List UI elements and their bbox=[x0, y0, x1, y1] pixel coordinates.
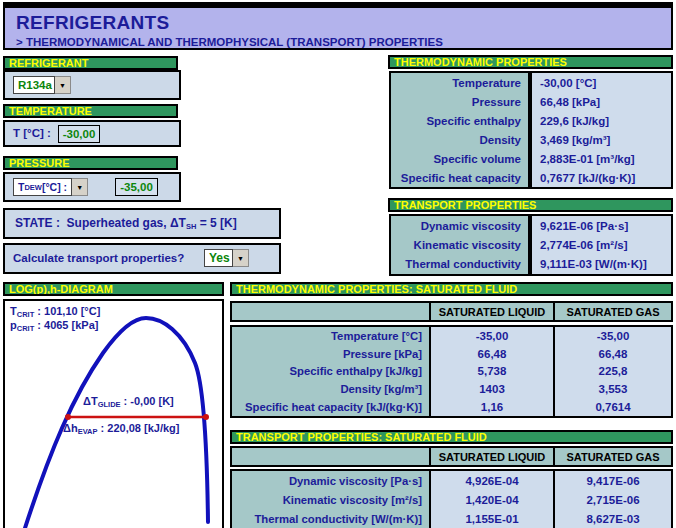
table-row: Pressure 66,48 [kPa] bbox=[391, 92, 671, 111]
table-row: Specific volume 2,883E-01 [m³/kg] bbox=[391, 149, 671, 168]
transport-props-section-header: TRANSPORT PROPERTIES bbox=[388, 198, 673, 212]
sat-transport-section-header: TRANSPORT PROPERTIES: SATURATED FLUID bbox=[230, 430, 673, 444]
column-header-liquid: SATURATED LIQUID bbox=[431, 303, 555, 320]
table-row: Kinematic viscosity [m²/s] 1,420E-04 2,7… bbox=[232, 490, 671, 509]
empty-corner-cell bbox=[232, 448, 431, 465]
property-label: Kinematic viscosity bbox=[391, 235, 532, 254]
pcrit-annotation: pCRIT : 4065 [kPa] bbox=[10, 319, 98, 333]
calc-transport-select[interactable]: Yes ▼ bbox=[204, 249, 249, 267]
thermo-props-section-header: THERMODYNAMIC PROPERTIES bbox=[388, 55, 673, 69]
tcrit-annotation: TCRIT : 101,10 [°C] bbox=[10, 305, 100, 319]
liquid-value: 1403 bbox=[431, 380, 555, 398]
property-value: 229,6 [kJ/kg] bbox=[532, 111, 671, 130]
property-label: Density bbox=[391, 130, 532, 149]
page-subtitle: > THERMODYNAMICAL AND THERMOPHYSICAL (TR… bbox=[16, 36, 671, 48]
property-value: 0,7677 [kJ/(kg·K)] bbox=[532, 168, 671, 187]
property-value: 3,469 [kg/m³] bbox=[532, 130, 671, 149]
property-label: Thermal conductivity bbox=[391, 255, 532, 274]
property-value: 9,111E-03 [W/(m·K)] bbox=[532, 255, 671, 274]
liquid-value: 1,155E-01 bbox=[431, 510, 555, 528]
liquid-value: 1,16 bbox=[431, 398, 555, 416]
gas-value: 3,553 bbox=[555, 380, 671, 398]
page-title: REFRIGERANTS bbox=[16, 12, 671, 34]
table-row: Pressure [kPa] 66,48 66,48 bbox=[232, 345, 671, 363]
liquid-value: 1,420E-04 bbox=[431, 490, 555, 509]
chevron-down-icon[interactable]: ▼ bbox=[233, 249, 249, 267]
saturation-dome-chart bbox=[5, 301, 222, 528]
gas-value: 225,8 bbox=[555, 363, 671, 381]
temperature-input[interactable]: -30,00 bbox=[58, 125, 100, 143]
property-label: Temperature bbox=[391, 73, 532, 92]
hevap-annotation: ΔhEVAP : 220,08 [kJ/kg] bbox=[63, 422, 179, 436]
table-row: Dynamic viscosity [Pa·s] 4,926E-04 9,417… bbox=[232, 471, 671, 490]
thermo-props-table: Temperature -30,00 [°C] Pressure 66,48 [… bbox=[389, 71, 673, 189]
table-row: Specific heat capacity [kJ/(kg·K)] 1,16 … bbox=[232, 398, 671, 416]
sat-transport-table: Dynamic viscosity [Pa·s] 4,926E-04 9,417… bbox=[230, 469, 673, 528]
evaporation-point-liquid bbox=[65, 414, 71, 420]
sat-thermo-column-headers: SATURATED LIQUID SATURATED GAS bbox=[230, 301, 673, 322]
chevron-down-icon[interactable]: ▼ bbox=[72, 178, 88, 196]
refrigerant-select[interactable]: R134a ▼ bbox=[13, 76, 71, 94]
table-row: Temperature [°C] -35,00 -35,00 bbox=[232, 327, 671, 345]
liquid-value: 5,738 bbox=[431, 363, 555, 381]
diagram-section-header: LOG(p),h-DIAGRAM bbox=[3, 282, 224, 296]
column-header-liquid: SATURATED LIQUID bbox=[431, 448, 555, 465]
title-bar: REFRIGERANTS > THERMODYNAMICAL AND THERM… bbox=[3, 2, 673, 50]
gas-value: 8,627E-03 bbox=[555, 510, 671, 528]
pressure-section-header: PRESSURE bbox=[3, 156, 178, 170]
temperature-section-header: TEMPERATURE bbox=[3, 104, 178, 118]
refrigerants-app-window: REFRIGERANTS > THERMODYNAMICAL AND THERM… bbox=[0, 0, 676, 528]
liquid-value: 66,48 bbox=[431, 345, 555, 363]
property-label: Pressure [kPa] bbox=[232, 345, 431, 363]
gas-value: 2,715E-06 bbox=[555, 490, 671, 509]
gas-value: 66,48 bbox=[555, 345, 671, 363]
calc-transport-panel: Calculate transport properties? Yes ▼ bbox=[3, 243, 281, 274]
pressure-mode-value[interactable]: TDEW [°C] : bbox=[13, 178, 72, 196]
property-value: 66,48 [kPa] bbox=[532, 92, 671, 111]
property-value: 9,621E-06 [Pa·s] bbox=[532, 216, 671, 235]
property-value: 2,774E-06 [m²/s] bbox=[532, 235, 671, 254]
logp-h-diagram: TCRIT : 101,10 [°C] pCRIT : 4065 [kPa] Δ… bbox=[3, 299, 224, 528]
tglide-annotation: ΔTGLIDE : -0,00 [K] bbox=[83, 395, 174, 409]
chevron-down-icon[interactable]: ▼ bbox=[55, 76, 71, 94]
pressure-panel: TDEW [°C] : ▼ -35,00 bbox=[3, 172, 181, 202]
gas-value: 9,417E-06 bbox=[555, 471, 671, 490]
state-text: STATE : Superheated gas, ΔTSH = 5 [K] bbox=[5, 216, 237, 231]
liquid-value: 4,926E-04 bbox=[431, 471, 555, 490]
dew-temperature-input[interactable]: -35,00 bbox=[115, 178, 158, 196]
property-label: Specific enthalpy bbox=[391, 111, 532, 130]
property-label: Pressure bbox=[391, 92, 532, 111]
sat-transport-column-headers: SATURATED LIQUID SATURATED GAS bbox=[230, 446, 673, 467]
liquid-value: -35,00 bbox=[431, 327, 555, 345]
state-panel: STATE : Superheated gas, ΔTSH = 5 [K] bbox=[3, 208, 281, 239]
table-row: Temperature -30,00 [°C] bbox=[391, 73, 671, 92]
gas-value: 0,7614 bbox=[555, 398, 671, 416]
table-row: Density [kg/m³] 1403 3,553 bbox=[232, 380, 671, 398]
column-header-gas: SATURATED GAS bbox=[555, 303, 671, 320]
table-row: Thermal conductivity [W/(m·K)] 1,155E-01… bbox=[232, 510, 671, 528]
transport-props-table: Dynamic viscosity 9,621E-06 [Pa·s] Kinem… bbox=[389, 214, 673, 276]
temperature-label: T [°C] : bbox=[13, 127, 51, 139]
property-label: Temperature [°C] bbox=[232, 327, 431, 345]
table-row: Kinematic viscosity 2,774E-06 [m²/s] bbox=[391, 235, 671, 254]
table-row: Thermal conductivity 9,111E-03 [W/(m·K)] bbox=[391, 255, 671, 274]
property-label: Specific heat capacity [kJ/(kg·K)] bbox=[232, 398, 431, 416]
table-row: Density 3,469 [kg/m³] bbox=[391, 130, 671, 149]
gas-value: -35,00 bbox=[555, 327, 671, 345]
property-label: Dynamic viscosity bbox=[391, 216, 532, 235]
property-label: Density [kg/m³] bbox=[232, 380, 431, 398]
pressure-mode-select[interactable]: TDEW [°C] : ▼ bbox=[13, 178, 88, 196]
table-row: Specific enthalpy [kJ/kg] 5,738 225,8 bbox=[232, 363, 671, 381]
refrigerant-section-header: REFRIGERANT bbox=[3, 56, 178, 70]
refrigerant-panel: R134a ▼ bbox=[3, 70, 181, 100]
property-label: Specific heat capacity bbox=[391, 168, 532, 187]
property-label: Specific enthalpy [kJ/kg] bbox=[232, 363, 431, 381]
calc-transport-question: Calculate transport properties? bbox=[13, 252, 184, 264]
property-label: Kinematic viscosity [m²/s] bbox=[232, 490, 431, 509]
refrigerant-select-value[interactable]: R134a bbox=[13, 76, 55, 94]
sat-thermo-table: Temperature [°C] -35,00 -35,00 Pressure … bbox=[230, 325, 673, 418]
property-label: Dynamic viscosity [Pa·s] bbox=[232, 471, 431, 490]
calc-transport-value[interactable]: Yes bbox=[204, 249, 233, 267]
property-label: Thermal conductivity [W/(m·K)] bbox=[232, 510, 431, 528]
table-row: Dynamic viscosity 9,621E-06 [Pa·s] bbox=[391, 216, 671, 235]
